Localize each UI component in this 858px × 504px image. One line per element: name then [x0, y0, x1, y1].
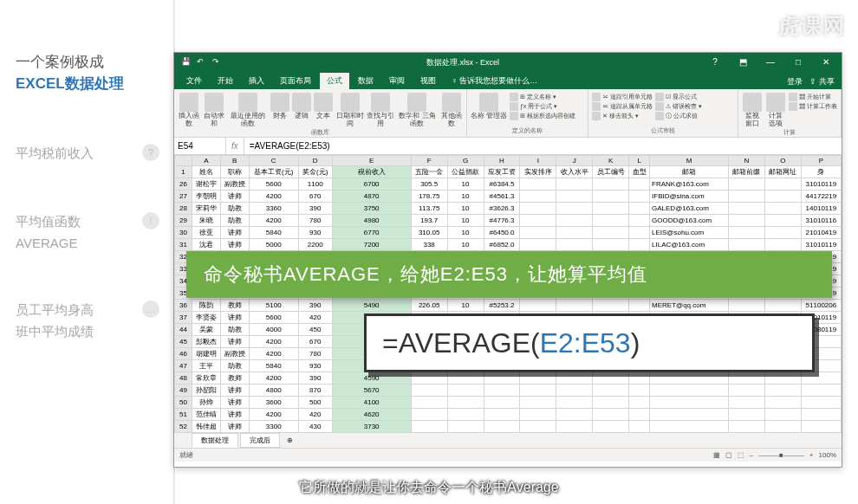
titlebar: 💾 ↶ ↷ 数据处理.xlsx - Excel ? ⬒ — □ ✕: [174, 53, 842, 72]
col-P[interactable]: P: [801, 156, 841, 166]
sheet-tab-2[interactable]: 完成后: [240, 433, 280, 448]
zoom-slider[interactable]: ———■———: [758, 451, 804, 459]
fx-label[interactable]: fx: [226, 138, 244, 154]
define-name-button[interactable]: ⊞ 定义名称 ▾: [510, 93, 575, 101]
help-icon[interactable]: ?: [703, 53, 727, 72]
zoom-in-button[interactable]: +: [809, 451, 814, 459]
table-row[interactable]: 26谢松宇副教授560011006700305.510#6384.5FRANK@…: [175, 178, 842, 191]
watch-window-button[interactable]: 监视窗口: [742, 93, 763, 128]
insert-function-button[interactable]: 插入函数: [178, 93, 200, 128]
col-A[interactable]: A: [192, 156, 221, 166]
group-label-fnlib: 函数库: [178, 128, 463, 137]
view-normal-icon[interactable]: ▦: [713, 451, 720, 459]
more-fn-button[interactable]: 其他函数: [440, 93, 463, 128]
tab-insert[interactable]: 插入: [242, 73, 271, 89]
tab-tellme[interactable]: ♀ 告诉我您想要做什么…: [445, 73, 544, 89]
tab-review[interactable]: 审阅: [382, 73, 412, 89]
trace-precedents-button[interactable]: ⫘ 追踪引用单元格: [592, 93, 653, 101]
table-row[interactable]: 52韩佳超讲师33004303730: [175, 421, 842, 433]
col-O[interactable]: O: [764, 156, 801, 166]
remove-arrows-button[interactable]: ✕ 移去箭头 ▾: [592, 112, 653, 120]
zoom-out-button[interactable]: –: [750, 451, 753, 459]
trace-dependents-button[interactable]: ⫘ 追踪从属单元格: [592, 102, 653, 111]
tab-home[interactable]: 开始: [211, 73, 240, 89]
logical-button[interactable]: 逻辑: [292, 93, 311, 120]
use-formula-button[interactable]: ƒx 用于公式 ▾: [510, 102, 575, 111]
text-button[interactable]: 文本: [314, 93, 333, 120]
undo-icon[interactable]: ↶: [197, 57, 207, 68]
minimize-button[interactable]: —: [758, 53, 783, 72]
grid-icon: [510, 112, 518, 120]
col-C[interactable]: C: [249, 156, 298, 166]
close-button[interactable]: ✕: [814, 53, 838, 72]
calc-sheet-button[interactable]: ▦ 计算工作表: [789, 102, 837, 111]
zoom-level[interactable]: 100%: [819, 451, 836, 459]
sheet-tabs: 数据处理 完成后 ⊕: [174, 432, 842, 448]
table-row[interactable]: 51范佳晴讲师42004204620: [175, 409, 842, 421]
datetime-button[interactable]: 日期和时间: [335, 93, 363, 128]
view-layout-icon[interactable]: ▢: [725, 451, 732, 459]
name-manager-button[interactable]: 名称 管理器: [471, 93, 507, 120]
clock-icon: [341, 93, 360, 112]
ribbon-opts-icon[interactable]: ⬒: [731, 53, 755, 72]
tab-formula[interactable]: 公式: [320, 73, 349, 89]
tab-file[interactable]: 文件: [179, 73, 209, 89]
recent-fn-button[interactable]: 最近使用的 函数: [228, 93, 269, 128]
col-H[interactable]: H: [484, 156, 520, 166]
tab-layout[interactable]: 页面布局: [273, 73, 318, 89]
view-break-icon[interactable]: ⬚: [738, 451, 744, 459]
calc-now-button[interactable]: ▦ 开始计算: [789, 93, 837, 101]
tab-view[interactable]: 视图: [413, 73, 443, 89]
table-row[interactable]: 27李朝明讲师42006704870178.7510#4561.3IFBID@s…: [175, 191, 842, 203]
add-sheet-button[interactable]: ⊕: [282, 436, 298, 444]
table-row[interactable]: 48常欣章教师42003904590: [175, 372, 842, 384]
group-label-audit: 公式审核: [592, 126, 734, 135]
col-E[interactable]: E: [332, 156, 411, 166]
sheet-tab-1[interactable]: 数据处理: [192, 433, 238, 448]
error-check-button[interactable]: ⚠ 错误检查 ▾: [655, 102, 702, 111]
autosum-button[interactable]: 自动求和: [203, 93, 225, 128]
watermark: 虎课网: [778, 12, 846, 40]
fx-icon: [179, 93, 198, 112]
col-K[interactable]: K: [593, 156, 629, 166]
col-D[interactable]: D: [298, 156, 332, 166]
table-row[interactable]: 30徐亚讲师58409306770310.0510#6450.0LEIS@soh…: [175, 227, 842, 239]
col-L[interactable]: L: [629, 156, 650, 166]
col-F[interactable]: F: [411, 156, 447, 166]
define-icon: [510, 93, 518, 101]
col-G[interactable]: G: [447, 156, 484, 166]
create-selection-button[interactable]: ⊞ 根据所选内容创建: [510, 112, 575, 120]
info-icon: [655, 112, 664, 120]
table-row[interactable]: 36陈韵教师51003905490226.0510#5253.2MERET@qq…: [175, 300, 842, 312]
name-box[interactable]: E54: [174, 138, 226, 154]
col-B[interactable]: B: [220, 156, 249, 166]
group-label-names: 定义的名称: [471, 126, 584, 135]
col-N[interactable]: N: [728, 156, 764, 166]
ellipsis-icon: …: [142, 300, 159, 318]
col-I[interactable]: I: [520, 156, 556, 166]
col-M[interactable]: M: [650, 156, 729, 166]
col-J[interactable]: J: [556, 156, 593, 166]
tab-data[interactable]: 数据: [351, 73, 380, 89]
window-title: 数据处理.xlsx - Excel: [223, 57, 703, 68]
maximize-button[interactable]: □: [786, 53, 810, 72]
evaluate-button[interactable]: ⓘ 公式求值: [655, 112, 702, 120]
save-icon[interactable]: 💾: [181, 57, 192, 68]
formula-input[interactable]: =AVERAGE(E2:E53): [244, 141, 842, 151]
financial-button[interactable]: 财务: [270, 93, 289, 120]
warn-icon: [655, 102, 664, 111]
login-button[interactable]: 登录: [787, 76, 803, 87]
redo-icon[interactable]: ↷: [212, 57, 223, 68]
table-row[interactable]: 29朱晓助教42007804980193.710#4776.3GOODD@163…: [175, 215, 842, 227]
table-row[interactable]: 49孙韶阳讲师48008705670: [175, 384, 842, 397]
x-icon: [592, 112, 601, 120]
table-row[interactable]: 28宋莉华助教33603903750113.7510#3626.3GALED@1…: [175, 203, 842, 215]
show-formulas-button[interactable]: ☑ 显示公式: [655, 93, 702, 101]
lookup-button[interactable]: 查找与引用: [367, 93, 394, 128]
table-row[interactable]: 31沈君讲师50002200720033810#6852.0LILAC@163.…: [175, 239, 842, 251]
table-row[interactable]: 50孙烨讲师36005004100: [175, 397, 842, 409]
group-label-calc: 计算: [742, 128, 837, 137]
share-button[interactable]: ⇪ 共享: [809, 76, 835, 87]
calc-options-button[interactable]: 计算选项: [765, 93, 786, 128]
math-button[interactable]: 数学和 三角函数: [397, 93, 438, 128]
